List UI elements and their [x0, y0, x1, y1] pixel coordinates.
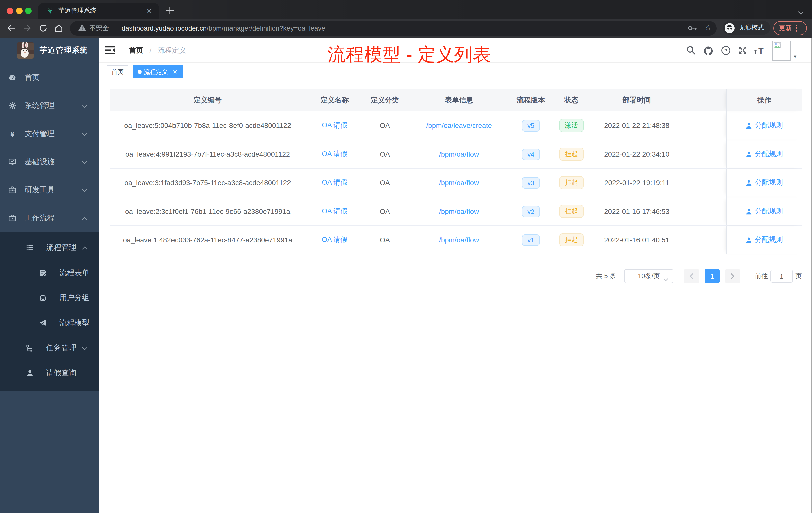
current-page-button[interactable]: 1 — [704, 269, 720, 283]
avatar-caret-icon[interactable]: ▼ — [793, 54, 798, 59]
sidebar-subitem-任务管理[interactable]: 任务管理 — [0, 335, 99, 360]
github-icon[interactable] — [703, 46, 714, 58]
cell-category: OA — [364, 179, 406, 187]
chevron-down-icon — [82, 129, 87, 138]
goto-page-input[interactable]: 1 — [770, 270, 793, 282]
window-controls[interactable] — [6, 7, 32, 14]
definition-name-link[interactable]: OA 请假 — [322, 235, 348, 243]
column-header: 流程版本 — [512, 96, 549, 105]
address-bar[interactable]: 不安全 dashboard.yudao.iocoder.cn/bpm/manag… — [70, 21, 717, 35]
tag-流程定义[interactable]: 流程定义✕ — [133, 65, 183, 78]
screen: 芋道管理系统 ✕ 不安全 dashboard.yudao.ioco — [0, 0, 812, 513]
version-tag: v4 — [522, 148, 540, 160]
tags-bar: 首页流程定义✕ — [99, 63, 812, 79]
cell-definition-id: oa_leave:3:1fad3d93-7b75-11ec-a3c8-acde4… — [110, 179, 305, 187]
cell-form-link: /bpm/oa/flow — [406, 150, 512, 158]
assign-rule-button[interactable]: 分配规则 — [746, 207, 783, 216]
form-link[interactable]: /bpm/oa/flow — [439, 179, 479, 187]
version-tag: v3 — [522, 177, 540, 188]
back-button[interactable] — [6, 24, 16, 33]
tag-close-icon[interactable]: ✕ — [172, 68, 178, 75]
form-link[interactable]: /bpm/oa/flow — [439, 236, 479, 244]
chevron-up-icon — [82, 243, 87, 252]
password-key-icon[interactable] — [688, 24, 697, 33]
sidebar-subitem-流程表单[interactable]: 流程表单 — [0, 260, 99, 285]
cell-status: 激活 — [549, 119, 593, 132]
sidebar-item-基础设施[interactable]: 基础设施 — [0, 148, 99, 176]
browser-menu-icon[interactable] — [796, 24, 798, 31]
tab-title: 芋道管理系统 — [58, 6, 96, 15]
chevron-down-icon — [82, 157, 87, 166]
sidebar-item-首页[interactable]: 首页 — [0, 63, 99, 91]
status-tag: 激活 — [559, 119, 583, 132]
update-button[interactable]: 更新 — [773, 21, 807, 35]
sidebar-item-研发工具[interactable]: 研发工具 — [0, 176, 99, 204]
cell-definition-id: oa_leave:1:482ec033-762a-11ec-8477-a2380… — [110, 236, 305, 244]
new-tab-button[interactable] — [166, 6, 174, 14]
goto-label: 前往 — [755, 272, 768, 280]
sidebar-subitem-流程模型[interactable]: 流程模型 — [0, 310, 99, 335]
dashboard-icon — [8, 73, 16, 81]
cell-definition-id: oa_leave:4:991f2193-7b7f-11ec-a3c8-acde4… — [110, 150, 305, 158]
cell-definition-id: oa_leave:2:3c1f0ef1-76b1-11ec-9c66-a2380… — [110, 207, 305, 215]
form-link[interactable]: /bpm/oa/leave/create — [426, 121, 492, 129]
not-secure-warning-icon[interactable] — [78, 24, 86, 33]
maximize-window-button[interactable] — [25, 7, 32, 14]
definition-name-link[interactable]: OA 请假 — [322, 150, 348, 158]
bookmark-star-icon[interactable]: ☆ — [704, 23, 712, 32]
url-text[interactable]: dashboard.yudao.iocoder.cn/bpm/manager/d… — [121, 24, 325, 32]
fullscreen-icon[interactable] — [738, 46, 747, 57]
page-content: 定义编号定义名称定义分类表单信息流程版本状态部署时间操作oa_leave:5:0… — [99, 79, 812, 513]
font-size-icon[interactable]: TT — [754, 47, 767, 57]
sidebar-subitem-请假查询[interactable]: 请假查询 — [0, 360, 99, 386]
assign-rule-button[interactable]: 分配规则 — [746, 150, 783, 159]
home-button[interactable] — [54, 24, 63, 33]
forward-button[interactable] — [23, 24, 32, 33]
not-secure-label[interactable]: 不安全 — [89, 24, 109, 33]
sidebar-item-支付管理[interactable]: ¥支付管理 — [0, 119, 99, 148]
user-avatar[interactable] — [772, 40, 791, 60]
sidebar-subitem-用户分组[interactable]: 用户分组 — [0, 285, 99, 310]
sidebar-item-系统管理[interactable]: 系统管理 — [0, 91, 99, 119]
definition-name-link[interactable]: OA 请假 — [322, 121, 348, 129]
cell-category: OA — [364, 121, 406, 129]
help-icon[interactable]: ? — [721, 46, 731, 57]
svg-text:T: T — [758, 47, 763, 55]
form-link[interactable]: /bpm/oa/flow — [439, 207, 479, 215]
cell-actions: 分配规则 — [726, 197, 802, 225]
sidebar-item-工作流程[interactable]: 工作流程 — [0, 204, 99, 232]
briefcase-icon — [8, 214, 16, 221]
minimize-window-button[interactable] — [16, 7, 22, 14]
status-tag: 挂起 — [559, 233, 583, 246]
browser-tab[interactable]: 芋道管理系统 ✕ — [38, 3, 159, 19]
table-header: 定义编号定义名称定义分类表单信息流程版本状态部署时间操作 — [110, 89, 802, 112]
column-header: 定义编号 — [110, 96, 305, 105]
reload-button[interactable] — [39, 24, 48, 33]
form-link[interactable]: /bpm/oa/flow — [439, 150, 479, 158]
next-page-button[interactable] — [725, 269, 740, 283]
tab-search-icon[interactable] — [798, 8, 804, 17]
cell-deploy-time: 2022-01-22 21:48:38 — [593, 121, 680, 129]
search-icon[interactable] — [687, 46, 696, 57]
cell-deploy-time: 2022-01-16 17:46:53 — [593, 207, 680, 215]
update-label[interactable]: 更新 — [779, 23, 792, 32]
app: 芋道管理系统 首页系统管理¥支付管理基础设施研发工具工作流程 流程管理流程表单用… — [0, 38, 812, 513]
url-divider — [115, 24, 116, 32]
page-size-select[interactable]: 10条/页 — [624, 269, 673, 283]
sidebar-subitem-流程管理[interactable]: 流程管理 — [0, 235, 99, 260]
sidebar-logo[interactable]: 芋道管理系统 — [0, 38, 99, 63]
pagination-total: 共 5 条 — [596, 272, 616, 280]
tag-首页[interactable]: 首页 — [107, 65, 128, 78]
assign-rule-button[interactable]: 分配规则 — [746, 235, 783, 244]
definition-name-link[interactable]: OA 请假 — [322, 207, 348, 215]
prev-page-button[interactable] — [684, 269, 699, 283]
tab-close-icon[interactable]: ✕ — [145, 7, 153, 15]
send-icon — [39, 319, 47, 327]
definition-name-link[interactable]: OA 请假 — [322, 178, 348, 186]
column-header: 操作 — [726, 89, 802, 112]
assign-rule-button[interactable]: 分配规则 — [746, 121, 783, 130]
close-window-button[interactable] — [6, 7, 13, 14]
cell-actions: 分配规则 — [726, 226, 802, 254]
cell-version: v4 — [512, 148, 549, 160]
assign-rule-button[interactable]: 分配规则 — [746, 178, 783, 187]
